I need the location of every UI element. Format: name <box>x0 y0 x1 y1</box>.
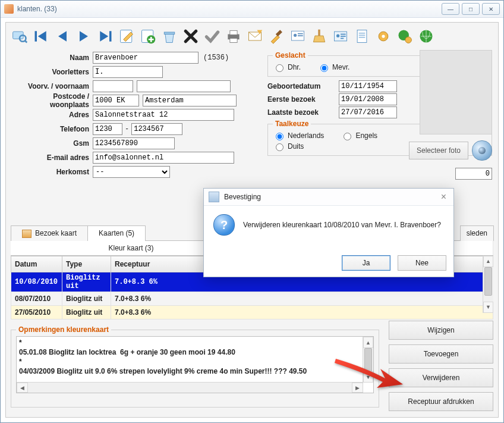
brush-button[interactable] <box>266 26 286 46</box>
wijzigen-button[interactable]: Wijzigen <box>389 321 493 340</box>
next-button[interactable] <box>74 26 94 46</box>
scroll-left-icon[interactable]: ◀ <box>17 383 28 393</box>
col-datum[interactable]: Datum <box>11 256 62 272</box>
tel-num-field[interactable] <box>131 123 182 135</box>
scroll-up-icon[interactable]: ▲ <box>363 337 373 348</box>
voorv-label: Voorv. / voornaam <box>12 82 93 90</box>
question-icon: ? <box>213 214 235 236</box>
cell-datum: 08/07/2010 <box>11 292 62 305</box>
laatste-field[interactable] <box>339 106 397 118</box>
select-photo-button[interactable]: Selecteer foto <box>409 142 468 159</box>
tel-area-field[interactable] <box>93 123 122 135</box>
tab-overflow[interactable]: sleden <box>460 225 494 241</box>
tab-kaarten[interactable]: Kaarten (5) <box>87 225 146 241</box>
scroll-right-icon[interactable]: ▶ <box>352 383 363 393</box>
mevr-radio[interactable]: Mevr. <box>317 62 349 72</box>
dash: - <box>122 125 131 133</box>
scroll-down-icon[interactable]: ▼ <box>483 302 493 313</box>
svg-line-2 <box>25 40 27 43</box>
prev-button[interactable] <box>52 26 73 46</box>
scroll-up-icon[interactable]: ▲ <box>483 256 493 267</box>
naam-label: Naam <box>12 54 93 62</box>
svg-point-33 <box>382 35 385 37</box>
svg-rect-27 <box>341 38 344 39</box>
globe-button[interactable] <box>416 26 436 46</box>
remarks-vscroll[interactable]: ▲ ▼ <box>363 337 373 383</box>
gear-button[interactable] <box>373 26 393 46</box>
tab-bezoekkaart[interactable]: Bezoek kaart <box>11 225 88 241</box>
last-button[interactable] <box>95 26 115 46</box>
table-row[interactable]: 08/07/2010Bioglitz uit7.0+8.3 6% <box>11 292 493 305</box>
postcode-field[interactable] <box>93 95 139 106</box>
dhr-radio[interactable]: Dhr. <box>273 62 301 72</box>
scroll-down-icon[interactable]: ▼ <box>363 371 373 383</box>
voorletters-label: Voorletters <box>12 68 93 76</box>
maximize-button[interactable]: □ <box>462 3 480 15</box>
email-field[interactable] <box>93 152 234 164</box>
minimize-button[interactable]: — <box>442 3 459 15</box>
col-type[interactable]: Type <box>62 256 111 272</box>
svg-rect-17 <box>276 30 282 36</box>
svg-rect-7 <box>109 31 112 42</box>
ja-button[interactable]: Ja <box>342 255 390 271</box>
dialog-message: Verwijderen kleurenkaart 10/08/2010 van … <box>243 221 441 229</box>
de-radio[interactable]: Duits <box>273 142 304 151</box>
svg-rect-3 <box>35 31 37 42</box>
add-button[interactable] <box>138 26 158 46</box>
herkomst-select[interactable]: -- <box>93 166 170 178</box>
adres-label: Adres <box>12 111 93 119</box>
recycle-button[interactable] <box>159 26 179 46</box>
cell-type: Bioglitz uit <box>62 272 111 292</box>
kortnr-field[interactable] <box>455 168 492 180</box>
titlebar: klanten. (33) — □ ✕ <box>1 1 503 18</box>
close-button[interactable]: ✕ <box>482 3 500 15</box>
adres-field[interactable] <box>93 109 234 121</box>
dialog-title: Bevestiging <box>224 193 261 201</box>
cell-receptuur: 7.0+8.3 6% <box>111 305 493 319</box>
gsm-field[interactable] <box>93 137 175 149</box>
doc-button[interactable] <box>352 26 372 46</box>
geboorte-label: Geboortedatum <box>267 82 339 90</box>
remarks-legend: Opmerkingen kleurenkaart <box>16 325 111 334</box>
app-window: klanten. (33) — □ ✕ <box>0 0 504 423</box>
search-button[interactable] <box>10 26 30 46</box>
verwijderen-button[interactable]: Verwijderen <box>389 368 493 387</box>
first-button[interactable] <box>31 26 51 46</box>
nl-radio[interactable]: Nederlands <box>273 131 324 140</box>
ok-button[interactable] <box>202 26 222 46</box>
camera-button[interactable] <box>472 140 492 161</box>
svg-rect-21 <box>298 35 303 36</box>
voorv-field[interactable] <box>93 80 133 92</box>
eerste-field[interactable] <box>339 93 397 105</box>
mail-button[interactable] <box>245 26 265 46</box>
table-row[interactable]: 27/05/2010Bioglitz uit7.0+8.3 6% <box>11 305 493 319</box>
geboorte-field[interactable] <box>339 80 397 92</box>
taal-legend: Taalkeuze <box>273 120 311 128</box>
svg-rect-25 <box>341 34 346 35</box>
delete-button[interactable] <box>181 26 201 46</box>
remarks-text-area[interactable]: * 05.01.08 Bioglitz lan locktrea 6g + or… <box>16 336 374 393</box>
print-button[interactable] <box>223 26 244 46</box>
grid-scrollbar[interactable]: ▲ ▼ <box>483 256 493 313</box>
nee-button[interactable]: Nee <box>398 255 446 271</box>
naam-field[interactable] <box>93 52 199 64</box>
card-button[interactable] <box>288 26 308 46</box>
edit-button[interactable] <box>116 26 137 46</box>
receptuur-button[interactable]: Receptuur afdrukken <box>389 392 493 411</box>
herkomst-label: Herkomst <box>12 168 93 176</box>
laatste-label: Laatste bezoek <box>267 108 339 117</box>
svg-point-35 <box>405 37 412 43</box>
scroll-thumb[interactable] <box>484 267 492 296</box>
voorletters-field[interactable] <box>93 66 163 78</box>
en-radio[interactable]: Engels <box>341 131 377 140</box>
toevoegen-button[interactable]: Toevoegen <box>389 344 493 364</box>
clean-button[interactable] <box>309 26 329 46</box>
dialog-close-button[interactable]: × <box>439 192 449 202</box>
globe-gear-button[interactable] <box>395 26 415 46</box>
gsm-label: Gsm <box>12 139 93 148</box>
scroll-thumb[interactable] <box>364 348 372 372</box>
id-button[interactable] <box>330 26 351 46</box>
remarks-hscroll[interactable]: ◀ ▶ <box>17 382 363 393</box>
plaats-field[interactable] <box>143 95 237 106</box>
voornaam-field[interactable] <box>137 80 231 92</box>
